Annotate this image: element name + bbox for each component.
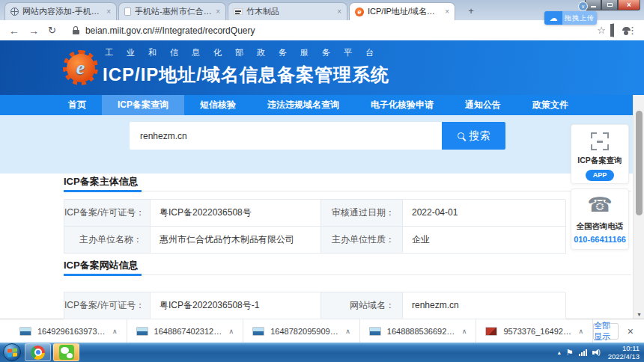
- tab-icp-system-active[interactable]: e ICP/IP地址/域名信息备案管理系统 ×: [349, 2, 455, 20]
- nav-item-policies[interactable]: 政策文件: [517, 95, 584, 115]
- chevron-up-icon[interactable]: ∧: [578, 328, 583, 335]
- address-bar-actions: ☆ ⋮: [597, 20, 644, 40]
- tab-close-icon[interactable]: ×: [445, 8, 449, 16]
- download-item[interactable]: 1648888536692....jpg ∧: [360, 319, 477, 343]
- page-title: ICP/IP地址/域名信息备案管理系统: [103, 63, 389, 87]
- download-item[interactable]: 9573376_16492....png ∧: [476, 319, 593, 343]
- phone-icon: ☎: [587, 194, 613, 216]
- system-tray: ▴ ⚑ ) 10:11 2022/4/13: [558, 343, 640, 362]
- taskbar-chrome-button[interactable]: [25, 343, 51, 361]
- table-label: ICP备案/许可证号：: [64, 200, 151, 227]
- download-item[interactable]: 1648867402312....jpg ∧: [127, 319, 244, 343]
- page-icon: [124, 7, 131, 16]
- tab-mobile-site[interactable]: 手机站-惠州市仁合优品竹木制品 ×: [118, 2, 226, 20]
- chevron-up-icon[interactable]: ∧: [112, 328, 118, 335]
- vertical-scrollbar[interactable]: ▾: [633, 95, 644, 319]
- phone-card: ☎ 全国咨询电话 010-66411166: [571, 188, 629, 250]
- download-filename: 1648867402312....jpg: [154, 327, 223, 336]
- taskbar-clock[interactable]: 10:11 2022/4/13: [608, 344, 640, 361]
- search-button[interactable]: 搜索: [442, 122, 505, 150]
- downloads-bar-close-icon[interactable]: ×: [628, 325, 634, 337]
- download-filename: 9573376_16492....png: [503, 327, 572, 336]
- padlock-icon[interactable]: [73, 26, 80, 34]
- start-button[interactable]: [3, 343, 21, 361]
- window-close-button[interactable]: ×: [618, 0, 640, 10]
- side-panel-icon[interactable]: [613, 24, 614, 37]
- netdisk-upload-widget[interactable]: ☁ 拖拽上传: [544, 11, 597, 25]
- subject-info-table: ICP备案/许可证号： 粤ICP备2022036508号 审核通过日期： 202…: [64, 199, 565, 254]
- divider: [64, 274, 631, 275]
- search-icon: [458, 132, 464, 139]
- download-filename: 1649296163973....jpg: [37, 327, 106, 336]
- tab-close-icon[interactable]: ×: [216, 8, 220, 16]
- subject-section-title: ICP备案主体信息: [64, 175, 139, 188]
- window-controls: ×: [585, 0, 640, 10]
- globe-icon: [10, 7, 19, 16]
- ministry-line: 工业和信息化部政务服务平台: [105, 47, 387, 58]
- nav-item-sms-verify[interactable]: 短信核验: [184, 95, 252, 115]
- widget-collapse-button[interactable]: ∨: [578, 1, 588, 11]
- tab-close-icon[interactable]: ×: [106, 8, 111, 16]
- window-maximize-button[interactable]: [601, 0, 618, 10]
- windows-flag-icon: [7, 348, 17, 357]
- nav-item-e-verify[interactable]: 电子化核验申请: [355, 95, 449, 115]
- nav-item-home[interactable]: 首页: [52, 95, 102, 115]
- tab-close-icon[interactable]: ×: [337, 8, 341, 16]
- tab-title: 手机站-惠州市仁合优品竹木制品: [135, 6, 212, 17]
- table-label: 网站域名：: [321, 292, 403, 319]
- chevron-up-icon[interactable]: ∧: [229, 328, 234, 335]
- table-label: 主办单位名称：: [64, 227, 151, 254]
- search-button-label: 搜索: [470, 129, 490, 143]
- back-icon[interactable]: ←: [9, 25, 19, 36]
- hidden-icons-arrow[interactable]: ▴: [558, 349, 561, 356]
- app-qr-card[interactable]: ICP备案查询 APP: [571, 124, 629, 184]
- scrollbar-down-icon[interactable]: ▾: [634, 311, 644, 318]
- forward-icon[interactable]: →: [28, 25, 39, 36]
- url-text[interactable]: beian.miit.gov.cn/#/Integrated/recordQue…: [85, 25, 255, 36]
- nav-item-icp-query[interactable]: ICP备案查询: [102, 95, 184, 115]
- table-value: 粤ICP备2022036508号: [151, 200, 321, 227]
- nav-item-notices[interactable]: 通知公告: [449, 95, 517, 115]
- tab-bamboo-products[interactable]: 竹木制品 ×: [228, 2, 347, 20]
- taskbar-wechat-button[interactable]: [53, 343, 79, 361]
- miit-logo-icon: e: [63, 50, 98, 85]
- clock-time: 10:11: [622, 344, 640, 352]
- scrollbar-thumb[interactable]: [636, 111, 643, 215]
- new-tab-button[interactable]: +: [461, 4, 481, 18]
- search-input[interactable]: [130, 122, 442, 150]
- image-file-icon: [369, 327, 381, 336]
- app-card-title: ICP备案查询: [577, 156, 622, 166]
- chrome-icon: [31, 346, 45, 360]
- website-section-title: ICP备案网站信息: [64, 259, 139, 272]
- reload-icon[interactable]: ↻: [48, 25, 56, 35]
- show-all-downloads-button[interactable]: 全部显示: [593, 323, 619, 340]
- site-favicon-icon: [234, 8, 243, 15]
- nav-item-illegal-domain[interactable]: 违法违规域名查询: [252, 95, 355, 115]
- network-icon[interactable]: [579, 349, 587, 356]
- image-file-icon: [252, 327, 264, 336]
- table-value: 企业: [403, 227, 566, 254]
- phone-number: 010-66411166: [574, 235, 626, 244]
- download-item[interactable]: 1649296163973....jpg ∧: [10, 319, 127, 343]
- chevron-up-icon[interactable]: ∧: [462, 328, 467, 335]
- download-filename: 1648782095909....jpg: [270, 327, 339, 336]
- website-info-table: ICP备案/许可证号： 粤ICP备2022036508号-1 网站域名： ren…: [64, 292, 565, 319]
- bookmark-star-icon[interactable]: ☆: [597, 25, 606, 36]
- table-label: 主办单位性质：: [321, 227, 403, 254]
- table-value: 2022-04-01: [403, 200, 566, 227]
- upload-widget-label: 拖拽上传: [562, 11, 597, 25]
- section-title-underline: [64, 274, 142, 276]
- browser-menu-icon[interactable]: ⋮: [628, 25, 637, 36]
- volume-icon[interactable]: ): [592, 349, 601, 356]
- table-label: 审核通过日期：: [321, 200, 403, 227]
- download-item[interactable]: 1648782095909....jpg ∧: [243, 319, 360, 343]
- cloud-disk-icon: ☁: [544, 11, 562, 25]
- qr-scan-icon: [591, 132, 609, 150]
- table-value: 粤ICP备2022036508号-1: [151, 292, 321, 319]
- action-center-flag-icon[interactable]: ⚑: [566, 348, 574, 358]
- divider: [64, 191, 631, 191]
- tab-admin-backend[interactable]: 网站内容添加-手机管理后台 ×: [4, 2, 117, 20]
- chevron-up-icon[interactable]: ∧: [345, 328, 350, 335]
- minimize-icon: [591, 6, 596, 7]
- section-title-underline: [64, 190, 142, 192]
